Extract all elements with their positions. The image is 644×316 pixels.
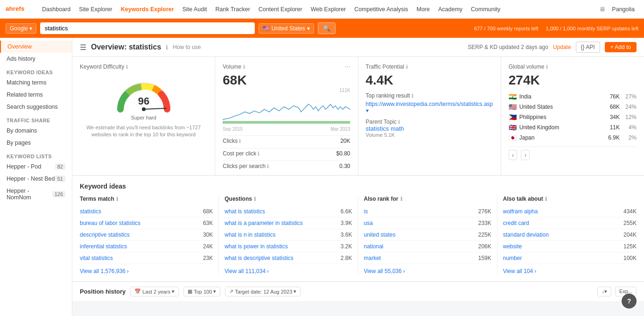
volume-menu-icon[interactable]: ⋯	[345, 63, 350, 70]
questions-info[interactable]: ℹ	[254, 196, 256, 202]
terms-match-info[interactable]: ℹ	[116, 196, 118, 202]
volume-chart	[223, 97, 350, 125]
calendar-icon: 📅	[134, 288, 141, 295]
kd-info-icon[interactable]: ℹ	[126, 64, 128, 70]
sidebar-item-matching-terms[interactable]: Matching terms	[0, 77, 72, 89]
api-button[interactable]: {} API	[576, 42, 600, 53]
sidebar-section-traffic-share: Traffic share	[0, 113, 72, 125]
view-all-also-rank[interactable]: View all 55,036 ›	[364, 268, 491, 274]
term-link[interactable]: national	[364, 243, 384, 250]
result-url[interactable]: https://www.investopedia.com/terms/s/sta…	[366, 101, 493, 114]
nav-site-explorer[interactable]: Site Explorer	[75, 4, 116, 14]
volume-info-icon[interactable]: ℹ	[243, 64, 245, 70]
country-name-india: India	[519, 93, 598, 100]
term-link[interactable]: what is statistics	[224, 208, 265, 215]
also-rank-for-column: Also rank for ℹ is 276K usa 233K united …	[358, 196, 497, 274]
update-button[interactable]: Update	[553, 44, 571, 50]
nav-more[interactable]: More	[413, 4, 433, 14]
menu-icon[interactable]: ☰	[80, 43, 86, 52]
how-to-use-link[interactable]: How to use	[173, 44, 201, 50]
logo[interactable]: ahrefs	[6, 4, 34, 14]
sidebar-item-overview[interactable]: Overview	[0, 41, 72, 53]
term-link[interactable]: vital statistics	[80, 255, 113, 261]
term-val: 23K	[203, 255, 213, 261]
nav-keywords-explorer[interactable]: Keywords Explorer	[117, 4, 178, 14]
term-link[interactable]: website	[503, 243, 522, 250]
term-link[interactable]: is	[364, 208, 368, 215]
sidebar-item-by-pages[interactable]: By pages	[0, 137, 72, 149]
clicks-search-stat: Clicks per search ℹ 0.30	[223, 161, 350, 171]
terms-match-column: Terms match ℹ statistics 68K bureau of l…	[80, 196, 219, 274]
clicks-info-icon[interactable]: ℹ	[239, 138, 241, 144]
nav-dashboard[interactable]: Dashboard	[38, 4, 74, 14]
term-link[interactable]: united states	[364, 232, 396, 238]
view-all-terms-match[interactable]: View all 1,576,936 ›	[80, 268, 213, 274]
top-result-info-icon[interactable]: ℹ	[412, 93, 413, 98]
svg-text:ahrefs: ahrefs	[6, 5, 25, 12]
sidebar-section-keyword-lists: Keyword lists	[0, 149, 72, 161]
country-pct-jp: 2%	[623, 134, 637, 141]
parent-topic-info-icon[interactable]: ℹ	[398, 119, 400, 125]
term-link[interactable]: statistics	[80, 208, 101, 215]
term-link[interactable]: what is descriptive statistics	[224, 255, 293, 261]
gv-info-icon[interactable]: ℹ	[546, 64, 548, 70]
sidebar-item-hepper-nest-bed[interactable]: Hepper - Nest Bed 51	[0, 173, 72, 185]
term-link[interactable]: inferential statistics	[80, 243, 127, 250]
nav-academy[interactable]: Academy	[434, 4, 466, 14]
nav-site-audit[interactable]: Site Audit	[179, 4, 211, 14]
sidebar-item-ads-history[interactable]: Ads history	[0, 53, 72, 65]
search-button[interactable]: 🔍	[318, 22, 336, 34]
view-all-also-talk[interactable]: View all 104 ›	[503, 268, 637, 274]
list-item: wolfram alpha 434K	[503, 206, 637, 218]
keyword-search-input[interactable]	[40, 22, 255, 34]
term-link[interactable]: market	[364, 255, 381, 261]
chevron-down-icon: ▾	[307, 25, 310, 32]
term-link[interactable]: what is power in statistics	[224, 243, 287, 250]
user-menu[interactable]: Pangolia	[608, 4, 638, 14]
target-date-filter[interactable]: ↗ Target date: 12 Aug 2023 ▾	[225, 287, 301, 296]
tp-info-icon[interactable]: ℹ	[406, 64, 408, 70]
clicks-search-info-icon[interactable]: ℹ	[267, 163, 269, 169]
term-link[interactable]: descriptive statistics	[80, 232, 130, 238]
view-all-questions[interactable]: View all 111,034 ›	[224, 268, 352, 274]
sidebar-item-hepper-nomnom[interactable]: Hepper - NomNom 126	[0, 185, 72, 204]
prev-arrow[interactable]: ‹	[509, 150, 518, 160]
download-btn[interactable]: ↓▾	[597, 287, 611, 296]
country-selector[interactable]: 🇺🇸 United States ▾	[259, 23, 314, 34]
term-val: 233K	[478, 220, 491, 226]
monitor-icon[interactable]: 🖥	[599, 6, 605, 13]
sidebar-item-search-suggestions[interactable]: Search suggestions	[0, 101, 72, 113]
search-engine-selector[interactable]: Google ▾	[6, 23, 36, 34]
help-button[interactable]: ?	[622, 294, 637, 309]
chevron-right-icon: ›	[534, 268, 536, 274]
add-to-button[interactable]: + Add to	[605, 42, 637, 52]
nav-competitive-analysis[interactable]: Competitive Analysis	[350, 4, 412, 14]
top-navigation: ahrefs Dashboard Site Explorer Keywords …	[0, 0, 644, 19]
target-icon: ↗	[229, 288, 233, 295]
next-arrow[interactable]: ›	[521, 150, 530, 160]
nav-content-explorer[interactable]: Content Explorer	[255, 4, 306, 14]
top-100-filter[interactable]: ▦ Top 100 ▾	[183, 287, 220, 296]
time-range-filter[interactable]: 📅 Last 2 years ▾	[130, 287, 179, 296]
term-link[interactable]: what is a parameter in statistics	[224, 220, 302, 226]
volume-sub: Volume 5.1K	[366, 132, 493, 138]
nav-rank-tracker[interactable]: Rank Tracker	[211, 4, 253, 14]
also-talk-info[interactable]: ℹ	[545, 196, 547, 202]
sidebar-item-by-domains[interactable]: By domains	[0, 125, 72, 137]
sidebar-item-hepper-pod[interactable]: Hepper - Pod 82	[0, 161, 72, 173]
term-val: 225K	[478, 232, 491, 238]
term-link[interactable]: standard deviation	[503, 232, 549, 238]
also-rank-info[interactable]: ℹ	[400, 196, 402, 202]
term-link[interactable]: credit card	[503, 220, 529, 226]
term-link[interactable]: wolfram alpha	[503, 208, 538, 215]
nav-web-explorer[interactable]: Web Explorer	[307, 4, 350, 14]
parent-topic-value[interactable]: statistics math	[366, 125, 493, 132]
term-link[interactable]: what is n in statistics	[224, 232, 275, 238]
term-link[interactable]: usa	[364, 220, 373, 226]
term-link[interactable]: number	[503, 255, 522, 261]
also-talk-about-column: Also talk about ℹ wolfram alpha 434K cre…	[497, 196, 637, 274]
term-link[interactable]: bureau of labor statistics	[80, 220, 140, 226]
nav-community[interactable]: Community	[467, 4, 504, 14]
sidebar-item-related-terms[interactable]: Related terms	[0, 89, 72, 101]
cpc-info-icon[interactable]: ℹ	[258, 151, 259, 157]
